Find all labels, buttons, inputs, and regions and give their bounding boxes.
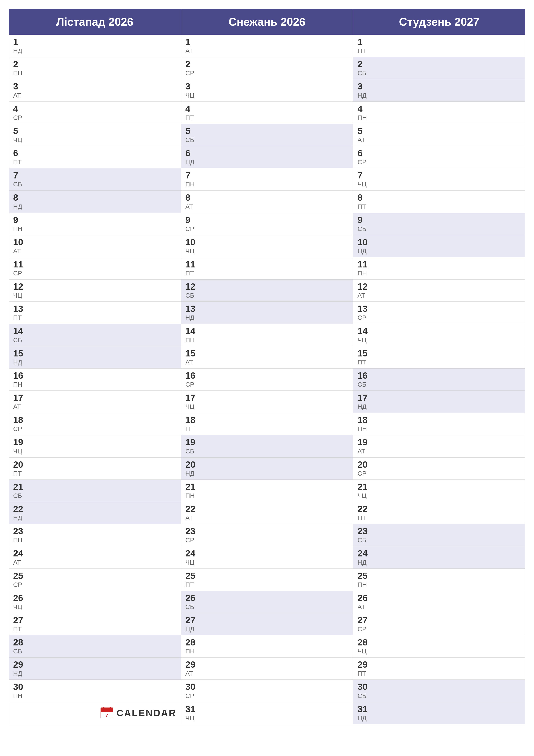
day-cell-col1-row23: 24ЧЦ xyxy=(181,546,353,569)
day-cell-col0-row11: 12ЧЦ xyxy=(9,280,181,302)
day-number: 11 xyxy=(185,259,349,269)
day-number: 4 xyxy=(13,104,177,114)
day-name: ПТ xyxy=(13,314,177,322)
day-cell-col1-row9: 10ЧЦ xyxy=(181,235,353,257)
day-cell-col2-row7: 8ПТ xyxy=(353,191,525,213)
day-number: 30 xyxy=(13,682,177,692)
day-cell-col1-row2: 3ЧЦ xyxy=(181,79,353,101)
day-name: ПТ xyxy=(357,47,521,55)
day-number: 13 xyxy=(13,304,177,314)
day-name: ЧЦ xyxy=(185,403,349,411)
day-name: НД xyxy=(185,625,349,633)
day-name: НД xyxy=(357,558,521,566)
day-name: ПН xyxy=(13,381,177,388)
calendar-grid: Лістапад 2026Снежань 2026Студзень 20271Н… xyxy=(9,9,525,724)
day-cell-col1-row27: 28ПН xyxy=(181,635,353,658)
day-number: 26 xyxy=(357,593,521,603)
day-cell-col1-row22: 23СР xyxy=(181,524,353,546)
day-name: СР xyxy=(357,470,521,477)
day-cell-col2-row28: 29ПТ xyxy=(353,658,525,680)
day-name: ПН xyxy=(13,69,177,77)
day-name: СР xyxy=(13,581,177,588)
day-cell-col2-row5: 6СР xyxy=(353,146,525,168)
day-cell-col0-row24: 25СР xyxy=(9,569,181,591)
day-cell-col1-row24: 25ПТ xyxy=(181,569,353,591)
day-name: АТ xyxy=(357,603,521,611)
day-cell-col0-row3: 4СР xyxy=(9,102,181,124)
day-cell-col2-row24: 25ПН xyxy=(353,569,525,591)
day-number: 18 xyxy=(13,415,177,425)
day-cell-col1-row19: 20НД xyxy=(181,458,353,480)
day-number: 6 xyxy=(357,148,521,158)
day-number: 10 xyxy=(13,237,177,247)
calendar-icon: 7 xyxy=(100,706,114,720)
day-cell-col2-row16: 17НД xyxy=(353,391,525,413)
day-cell-col2-row11: 12АТ xyxy=(353,280,525,302)
day-number: 2 xyxy=(13,59,177,69)
day-name: ПН xyxy=(357,425,521,433)
day-cell-col2-row27: 28ЧЦ xyxy=(353,635,525,658)
day-number: 15 xyxy=(185,348,349,358)
day-name: ЧЦ xyxy=(13,292,177,299)
calendar-svg-icon: 7 xyxy=(100,706,114,719)
day-name: СБ xyxy=(13,336,177,344)
day-name: СБ xyxy=(185,136,349,144)
day-name: АТ xyxy=(185,514,349,522)
day-name: СБ xyxy=(185,603,349,611)
day-name: ЧЦ xyxy=(185,247,349,255)
day-number: 3 xyxy=(357,81,521,92)
calendar-label: CALENDAR xyxy=(116,708,177,718)
day-name: ПТ xyxy=(13,625,177,633)
day-name: НД xyxy=(185,470,349,477)
day-cell-col1-row5: 6НД xyxy=(181,146,353,168)
day-number: 10 xyxy=(357,237,521,247)
day-cell-col2-row12: 13СР xyxy=(353,302,525,324)
day-number: 2 xyxy=(357,59,521,69)
day-cell-col0-row7: 8НД xyxy=(9,191,181,213)
day-number: 3 xyxy=(185,81,349,92)
day-number: 7 xyxy=(13,171,177,180)
day-number: 5 xyxy=(13,126,177,136)
day-number: 14 xyxy=(185,326,349,336)
day-name: ЧЦ xyxy=(357,336,521,344)
day-number: 30 xyxy=(357,682,521,692)
day-number: 18 xyxy=(357,415,521,425)
day-number: 11 xyxy=(357,259,521,269)
day-name: ЧЦ xyxy=(13,447,177,455)
day-name: АТ xyxy=(185,203,349,210)
day-name: ПТ xyxy=(13,158,177,166)
day-cell-col1-row6: 7ПН xyxy=(181,168,353,191)
day-number: 29 xyxy=(185,660,349,670)
day-cell-col1-row28: 29АТ xyxy=(181,658,353,680)
day-name: НД xyxy=(357,403,521,411)
day-name: СР xyxy=(185,225,349,233)
day-cell-col0-row8: 9ПН xyxy=(9,213,181,235)
day-number: 25 xyxy=(185,571,349,581)
day-number: 12 xyxy=(13,282,177,292)
day-name: ЧЦ xyxy=(185,714,349,722)
day-name: ЧЦ xyxy=(185,92,349,99)
day-number: 15 xyxy=(13,348,177,358)
day-number: 6 xyxy=(185,148,349,158)
day-number: 17 xyxy=(185,393,349,403)
day-number: 1 xyxy=(185,37,349,47)
day-cell-col0-row13: 14СБ xyxy=(9,324,181,346)
day-number: 6 xyxy=(13,148,177,158)
day-number: 8 xyxy=(185,193,349,202)
day-cell-col0-row4: 5ЧЦ xyxy=(9,124,181,146)
day-cell-col1-row30: 31ЧЦ xyxy=(181,702,353,724)
day-name: СР xyxy=(185,692,349,700)
day-cell-col2-row14: 15ПТ xyxy=(353,346,525,368)
day-number: 25 xyxy=(13,571,177,581)
day-number: 27 xyxy=(13,615,177,625)
day-cell-col0-row22: 23ПН xyxy=(9,524,181,546)
day-name: СР xyxy=(185,381,349,388)
day-number: 21 xyxy=(357,482,521,492)
day-name: НД xyxy=(185,314,349,322)
day-cell-col1-row21: 22АТ xyxy=(181,502,353,524)
day-name: СР xyxy=(185,536,349,544)
day-number: 23 xyxy=(357,526,521,536)
day-cell-col1-row18: 19СБ xyxy=(181,435,353,457)
day-number: 27 xyxy=(357,615,521,625)
day-number: 1 xyxy=(357,37,521,47)
